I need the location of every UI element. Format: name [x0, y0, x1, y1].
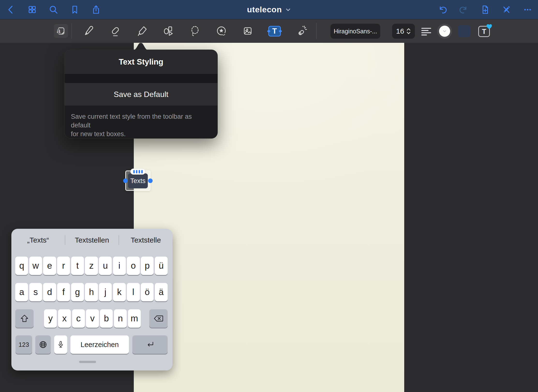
- key-t[interactable]: t: [71, 257, 84, 275]
- pen-tool-button[interactable]: [82, 24, 95, 37]
- laser-pointer-icon: [296, 25, 308, 37]
- add-page-button[interactable]: [479, 4, 491, 15]
- pen-icon: [82, 25, 95, 37]
- key-row-3: yxcvbnm: [15, 309, 168, 328]
- suggestion-bar: „Texts“ Textstellen Textstelle: [11, 233, 172, 248]
- key-b[interactable]: b: [100, 309, 113, 328]
- image-tool-button[interactable]: [241, 24, 254, 37]
- pencil-x-icon: [501, 4, 512, 15]
- toolbar-divider: [71, 23, 72, 39]
- lasso-tool-button[interactable]: [188, 24, 202, 37]
- elements-tool-button[interactable]: [215, 24, 228, 37]
- key-u[interactable]: u: [99, 257, 112, 275]
- text-tool-button-selected[interactable]: T: [268, 26, 281, 37]
- font-size-value: 16: [396, 27, 404, 35]
- key-m[interactable]: m: [128, 309, 141, 328]
- key-l[interactable]: l: [127, 283, 140, 301]
- key-v[interactable]: v: [86, 309, 99, 328]
- key-i[interactable]: i: [113, 257, 126, 275]
- redo-button[interactable]: [458, 4, 469, 15]
- back-button[interactable]: [5, 4, 16, 15]
- key-x[interactable]: x: [58, 309, 71, 328]
- ellipsis-icon: [522, 4, 533, 15]
- text-color-button[interactable]: [437, 24, 452, 39]
- thumbnails-button[interactable]: [27, 4, 38, 15]
- search-button[interactable]: [48, 4, 59, 15]
- save-as-default-button[interactable]: Save as Default: [65, 83, 217, 106]
- key-y[interactable]: y: [44, 309, 57, 328]
- key-p[interactable]: p: [141, 257, 154, 275]
- text-zoom-tool-icon: a a: [55, 25, 67, 37]
- key-ü[interactable]: ü: [155, 257, 168, 275]
- space-key-label: Leerzeichen: [81, 341, 119, 349]
- key-r[interactable]: r: [57, 257, 70, 275]
- description-line-1: Save current text style from the toolbar…: [71, 112, 211, 130]
- suggestion-1[interactable]: Textstellen: [65, 236, 119, 244]
- key-row-4: 123: [15, 335, 168, 354]
- share-button[interactable]: [90, 4, 102, 15]
- key-ä[interactable]: ä: [155, 283, 168, 301]
- microphone-icon: [56, 340, 65, 349]
- key-j[interactable]: j: [99, 283, 112, 301]
- textbox-drag-handle[interactable]: [130, 169, 145, 175]
- textbox-resize-handle-right[interactable]: [148, 178, 153, 183]
- laser-pointer-tool-button[interactable]: [295, 24, 308, 37]
- key-h[interactable]: h: [85, 283, 98, 301]
- key-ö[interactable]: ö: [141, 283, 154, 301]
- suggestion-literal[interactable]: „Texts“: [11, 236, 65, 244]
- background-color-swatch[interactable]: [458, 25, 471, 37]
- key-a[interactable]: a: [15, 283, 28, 301]
- document-title-label: utelecon: [247, 5, 282, 14]
- keyboard-drag-handle[interactable]: [79, 361, 96, 363]
- space-key[interactable]: Leerzeichen: [70, 335, 129, 354]
- svg-text:a: a: [57, 27, 60, 35]
- drag-bar: [136, 170, 137, 173]
- text-align-button[interactable]: [420, 25, 433, 38]
- key-f[interactable]: f: [57, 283, 70, 301]
- key-e[interactable]: e: [43, 257, 56, 275]
- key-n[interactable]: n: [114, 309, 127, 328]
- key-o[interactable]: o: [127, 257, 140, 275]
- key-row-2: asdfghjklöä: [15, 283, 168, 301]
- edit-mode-toggle-button[interactable]: [501, 4, 512, 15]
- key-q[interactable]: q: [15, 257, 28, 275]
- font-family-label: HiraginoSans-...: [334, 28, 377, 35]
- bookmark-button[interactable]: [69, 4, 80, 15]
- popover-title-label: Text Styling: [119, 57, 164, 67]
- tool-toolbar: a a: [0, 19, 538, 43]
- key-d[interactable]: d: [43, 283, 56, 301]
- shift-icon: [20, 314, 29, 323]
- dictation-key[interactable]: [54, 335, 67, 354]
- font-size-stepper[interactable]: 16: [392, 24, 415, 39]
- key-s[interactable]: s: [29, 283, 42, 301]
- key-k[interactable]: k: [113, 283, 126, 301]
- zoom-window-tool-button[interactable]: a a: [54, 24, 68, 38]
- add-page-icon: [480, 4, 490, 15]
- more-options-button[interactable]: [522, 4, 533, 15]
- favorite-text-style-button[interactable]: T: [478, 26, 490, 37]
- return-icon: [145, 340, 155, 349]
- undo-button[interactable]: [437, 4, 448, 15]
- numbers-key[interactable]: 123: [15, 335, 32, 354]
- key-z[interactable]: z: [85, 257, 98, 275]
- highlighter-tool-button[interactable]: [135, 24, 149, 37]
- textbox-resize-handle-left[interactable]: [123, 178, 128, 183]
- eraser-icon: [109, 25, 121, 37]
- textbox[interactable]: Texts: [128, 173, 148, 188]
- backspace-key[interactable]: [149, 309, 168, 328]
- key-w[interactable]: w: [29, 257, 42, 275]
- return-key[interactable]: [132, 335, 168, 354]
- globe-key[interactable]: [35, 335, 51, 354]
- navbar-right-group: [437, 0, 533, 19]
- key-g[interactable]: g: [71, 283, 84, 301]
- shift-key[interactable]: [15, 309, 34, 328]
- share-icon: [91, 4, 101, 15]
- key-row-1: qwertzuiopü: [15, 257, 168, 275]
- suggestion-2[interactable]: Textstelle: [119, 236, 172, 244]
- font-family-button[interactable]: HiraginoSans-...: [330, 24, 380, 39]
- eraser-tool-button[interactable]: [109, 24, 122, 37]
- shapes-tool-button[interactable]: [162, 24, 175, 37]
- popover-title: Text Styling: [65, 50, 217, 74]
- onscreen-keyboard: „Texts“ Textstellen Textstelle qwertzuio…: [11, 229, 172, 370]
- key-c[interactable]: c: [72, 309, 85, 328]
